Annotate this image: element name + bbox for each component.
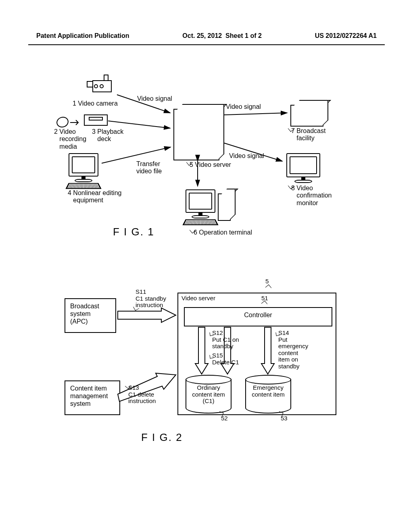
video-server-icon	[173, 109, 219, 160]
svg-rect-2	[104, 75, 108, 81]
video-server-title: Video server	[181, 295, 215, 302]
svg-point-3	[94, 85, 98, 88]
edge-vs3: Video signal	[229, 152, 264, 160]
label-s14: S14 Put emergency content item on standb…	[278, 330, 308, 370]
media-label: 2 Video recording media	[54, 128, 86, 150]
confirm-monitor-icon	[286, 153, 320, 183]
edge-vs1: Video signal	[137, 95, 172, 102]
camera-label: 1 Video camera	[73, 100, 118, 107]
video-server-label: 5 Video server	[190, 161, 231, 168]
label-s11: S11 C1 standby instruction	[136, 289, 166, 309]
figure-2: 5 Video server 51 Controller Ordinary co…	[60, 278, 351, 463]
arrow-media-deck	[69, 118, 81, 127]
confirm-monitor-label: 8 Video confirmation monitor	[291, 185, 332, 207]
nle-icon	[69, 153, 98, 189]
deck-icon	[84, 114, 108, 126]
label-s12: S12 Put C1 on standby	[212, 330, 239, 350]
fig2-caption: F I G. 2	[141, 431, 183, 444]
label-s13: S13 C1 delete instruction	[128, 384, 156, 405]
svg-rect-1	[87, 81, 93, 87]
header-center: Oct. 25, 2012 Sheet 1 of 2	[182, 32, 262, 39]
header-rule	[28, 44, 385, 45]
apc-box: Broadcast system (APC)	[65, 298, 116, 333]
controller-box: Controller	[184, 307, 332, 326]
camera-icon	[85, 73, 117, 97]
op-terminal-tower-icon	[218, 193, 231, 221]
broadcast-label: 7 Broadcast facility	[291, 127, 325, 142]
fig1-caption: F I G. 1	[113, 226, 154, 238]
arrow-s14	[261, 326, 275, 375]
edge-vs2: Video signal	[226, 103, 261, 110]
op-terminal-monitor-icon	[186, 189, 215, 226]
broadcast-icon	[290, 105, 323, 127]
header-right: US 2012/0272264 A1	[315, 32, 377, 39]
figure-1: 1 Video camera 2 Video recording media 3…	[56, 73, 355, 250]
nle-label: 4 Nonlinear editing equipment	[68, 189, 121, 204]
edge-transfer: Transfer video file	[136, 160, 162, 175]
label-s15: S15 Delete C1	[212, 352, 239, 366]
server-ref: 5	[265, 278, 269, 285]
s15-lead	[209, 354, 213, 358]
page-header: Patent Application Publication Oct. 25, …	[0, 32, 413, 39]
s14-lead	[275, 332, 280, 336]
cylinder-ordinary: Ordinary content item (C1)	[186, 379, 232, 414]
header-left: Patent Application Publication	[36, 32, 129, 39]
server-ref-lead	[265, 285, 271, 291]
cylinder-emergency: Emergency content item	[245, 379, 291, 414]
deck-label: 3 Playback deck	[92, 128, 123, 143]
arrow-s11	[117, 307, 177, 323]
s12-lead	[209, 332, 213, 336]
op-terminal-label: 6 Operation terminal	[194, 229, 252, 236]
svg-point-4	[100, 85, 103, 88]
media-icon	[55, 115, 70, 129]
arrow-s12	[194, 326, 209, 375]
cms-box: Content item management system	[65, 380, 120, 415]
